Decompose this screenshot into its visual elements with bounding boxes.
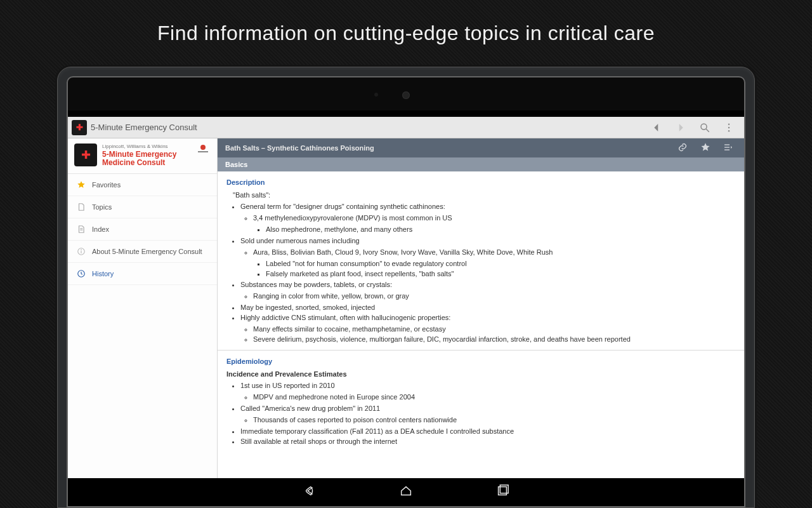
home-nav-icon[interactable] — [399, 484, 413, 500]
nav-forward-button[interactable] — [671, 117, 691, 138]
list-item: Aura, Bliss, Bolivian Bath, Cloud 9, Ivo… — [253, 248, 735, 279]
sidebar-item-about[interactable]: About 5-Minute Emergency Consult — [68, 241, 217, 263]
list-item: Ranging in color from white, yellow, bro… — [253, 291, 735, 302]
article-body[interactable]: Description "Bath salts": General term f… — [218, 171, 744, 478]
list-item: 1st use in US reported in 2010 MDPV and … — [240, 381, 735, 403]
sidebar-item-topics[interactable]: Topics — [68, 196, 217, 218]
action-bar: 5-Minute Emergency Consult — [68, 117, 744, 138]
sidebar-item-index[interactable]: Index — [68, 218, 217, 241]
list-item: General term for "designer drugs" contai… — [240, 202, 735, 235]
list-item: MDPV and mephedrone noted in Europe sinc… — [253, 392, 735, 403]
front-camera — [402, 91, 410, 99]
recents-nav-icon[interactable] — [495, 484, 509, 500]
epidemiology-heading: Epidemiology — [226, 357, 735, 367]
list-item: Sold under numerous names including Aura… — [240, 236, 735, 279]
toc-icon[interactable] — [720, 142, 737, 154]
sidebar-item-label: Topics — [92, 203, 112, 211]
svg-rect-15 — [724, 149, 730, 150]
action-bar-title: 5-Minute Emergency Consult — [91, 123, 643, 132]
product-title: 5-Minute EmergencyMedicine Consult — [102, 150, 176, 167]
svg-point-5 — [200, 145, 206, 150]
sidebar: Lippincott, Williams & Wilkins 5-Minute … — [68, 138, 218, 478]
search-button[interactable] — [695, 117, 715, 138]
list-item: Still available at retail shops or throu… — [240, 437, 735, 447]
android-status-bar — [68, 110, 744, 117]
list-item: Thousands of cases reported to poison co… — [253, 415, 735, 425]
link-icon[interactable] — [674, 142, 691, 154]
app-icon[interactable] — [72, 120, 87, 135]
main-content: Bath Salts – Synthetic Cathinones Poison… — [218, 138, 744, 478]
svg-point-4 — [728, 130, 730, 131]
svg-rect-6 — [198, 151, 208, 152]
svg-point-0 — [701, 124, 707, 130]
android-nav-bar — [68, 478, 744, 506]
unbound-logo — [195, 144, 211, 156]
proximity-sensor — [374, 93, 378, 97]
sidebar-item-label: Index — [92, 225, 109, 233]
overflow-menu-button[interactable] — [719, 117, 739, 138]
svg-rect-13 — [724, 144, 730, 145]
svg-rect-14 — [724, 147, 730, 147]
section-heading: Basics — [218, 157, 744, 171]
svg-rect-17 — [500, 485, 508, 493]
sidebar-item-label: History — [92, 270, 114, 277]
list-item: Highly addictive CNS stimulant, often wi… — [240, 313, 735, 345]
tablet-screen: 5-Minute Emergency Consult — [68, 110, 744, 478]
publisher-label: Lippincott, Williams & Wilkins — [102, 144, 176, 149]
sidebar-item-label: About 5-Minute Emergency Consult — [92, 248, 202, 255]
list-item: Called "America's new drug problem" in 2… — [240, 404, 735, 425]
list-item: May be ingested, snorted, smoked, inject… — [240, 303, 735, 313]
back-nav-icon[interactable] — [303, 484, 317, 500]
index-icon — [77, 225, 86, 234]
sidebar-item-label: Favorites — [92, 181, 121, 189]
svg-line-1 — [706, 129, 709, 132]
promo-headline: Find information on cutting-edge topics … — [0, 0, 812, 45]
sidebar-item-history[interactable]: History — [68, 263, 217, 285]
list-item: Substances may be powders, tablets, or c… — [240, 280, 735, 302]
topic-header: Bath Salts – Synthetic Cathinones Poison… — [218, 138, 744, 157]
lead-text: "Bath salts": — [226, 190, 735, 201]
nav-back-button[interactable] — [646, 117, 667, 138]
svg-point-2 — [728, 123, 730, 124]
page-icon — [77, 203, 86, 211]
history-icon — [77, 269, 86, 278]
list-item: Labeled "not for human consumption" to e… — [266, 259, 735, 269]
svg-rect-16 — [499, 487, 507, 495]
list-item: 3,4 methylenedioxypyrovalerone (MDPV) is… — [253, 213, 735, 235]
list-item: Immediate temporary classification (Fall… — [240, 427, 735, 437]
list-item: Many effects similar to cocaine, methamp… — [253, 324, 735, 335]
favorite-star-icon[interactable] — [697, 142, 714, 154]
svg-point-11 — [81, 250, 82, 250]
list-item: Severe delirium, psychosis, violence, mu… — [253, 335, 735, 345]
list-item: Falsely marketed as plant food, insect r… — [266, 269, 735, 279]
topic-title: Bath Salts – Synthetic Cathinones Poison… — [225, 144, 668, 152]
brand-card: Lippincott, Williams & Wilkins 5-Minute … — [68, 138, 217, 174]
tablet-device-frame: 5-Minute Emergency Consult — [57, 67, 755, 508]
brand-icon — [74, 144, 97, 166]
star-icon — [77, 180, 86, 189]
description-heading: Description — [226, 178, 735, 188]
svg-point-3 — [728, 126, 730, 128]
epidemiology-subheading: Incidence and Prevalence Estimates — [226, 370, 735, 380]
info-icon — [77, 247, 86, 256]
sidebar-item-favorites[interactable]: Favorites — [68, 174, 217, 196]
list-item: Also mephedrone, methylone, and many oth… — [266, 225, 735, 235]
